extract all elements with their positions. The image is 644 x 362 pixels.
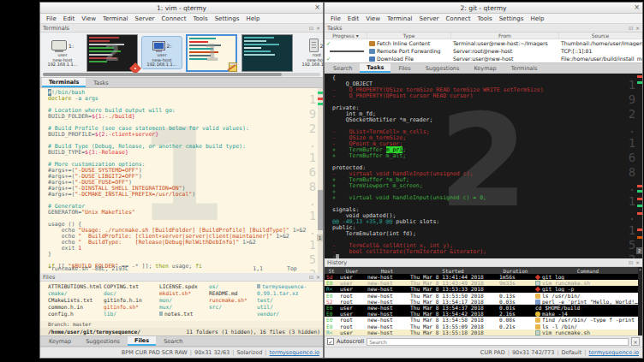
- dock-float-icon[interactable]: ⊡: [309, 25, 313, 31]
- tab-terminals[interactable]: Terminals: [504, 63, 545, 73]
- tab-search[interactable]: Search: [157, 336, 189, 346]
- dock-server-item[interactable]: 2:rootnew-host192.168.1.1...: [297, 37, 323, 68]
- dock-horizontal-scrollbar[interactable]: [43, 73, 320, 76]
- dock-terminal-thumbnail[interactable]: [242, 34, 293, 72]
- file-entry[interactable]: README.md: [209, 290, 257, 297]
- left-close-icon[interactable]: ×: [314, 3, 320, 13]
- dock-server-item[interactable]: 2:usernew-host192.168.1.1...: [142, 37, 182, 68]
- history-row[interactable]: E0usernew-hostThu Mar 8 13:54:42 20182.1…: [325, 311, 642, 317]
- history-dock-header[interactable]: History ⊡ ×: [325, 258, 642, 267]
- tab-suggestions[interactable]: Suggestions: [79, 336, 127, 346]
- tab-tasks[interactable]: Tasks: [86, 78, 115, 87]
- menu-view[interactable]: View: [78, 15, 99, 22]
- file-entry[interactable]: common.h.in: [48, 304, 104, 311]
- dock-close-icon[interactable]: ×: [316, 274, 320, 280]
- dock-terminal-thumbnail[interactable]: 1: [186, 34, 237, 72]
- file-entry[interactable]: util/: [257, 304, 323, 311]
- file-entry[interactable]: cmake/: [48, 290, 104, 297]
- menu-server[interactable]: Server: [416, 15, 443, 22]
- tab-keymap[interactable]: Keymap: [42, 336, 78, 346]
- task-row[interactable]: ✓Download FileServer:user@new-hostFile:/…: [325, 55, 642, 62]
- menu-server[interactable]: Server: [132, 15, 158, 22]
- file-entry[interactable]: COPYING.txt: [104, 283, 159, 290]
- file-entry[interactable]: gitinfo.sh*: [104, 304, 159, 311]
- git-terminal[interactable]: 2 192.168.1.152 { Q_OBJECT- Q_PROPERTY(Q…: [325, 74, 642, 258]
- tab-files[interactable]: Files: [391, 63, 417, 73]
- menu-edit[interactable]: Edit: [344, 15, 363, 22]
- task-row[interactable]: Remote Port ForwardingServer:root@new-ho…: [325, 47, 642, 55]
- history-row[interactable]: E0usernew-hostThu Mar 8 13:54:37 20180.0…: [325, 305, 642, 311]
- tasks-dock-header[interactable]: Tasks ⊡ ×: [325, 24, 642, 33]
- file-entry[interactable]: doc/: [104, 290, 159, 297]
- menu-terminal[interactable]: Terminal: [99, 15, 132, 22]
- menu-file[interactable]: File: [43, 15, 60, 22]
- right-close-icon[interactable]: ×: [634, 3, 640, 13]
- file-entry[interactable]: os/: [209, 283, 257, 290]
- file-entry[interactable]: mkdist.sh*: [159, 290, 209, 297]
- dock-close-icon[interactable]: ×: [316, 25, 320, 31]
- tasks-header-row[interactable]: Progress ▾TypeFromSource: [325, 33, 642, 39]
- file-entry[interactable]: config.h: [48, 311, 104, 317]
- file-entry[interactable]: test/: [257, 297, 323, 304]
- menu-terminal[interactable]: Terminal: [384, 15, 416, 22]
- vim-terminal[interactable]: 1 192.168.1.152 #!/bin/bashdeclare -a ar…: [40, 88, 323, 273]
- right-titlebar[interactable]: 2: git - qtermy ×: [325, 3, 642, 14]
- history-row[interactable]: E0rootnew-hostThu Mar 8 13:55:09 20180.2…: [325, 323, 642, 329]
- history-search-input[interactable]: [367, 338, 629, 346]
- file-entry[interactable]: src/: [209, 304, 257, 311]
- termysequence-link[interactable]: termysequence.io: [589, 349, 639, 356]
- tab-search[interactable]: Search: [326, 63, 359, 73]
- files-dock-header[interactable]: Files ⊡ ×: [40, 273, 323, 282]
- tab-terminals[interactable]: Terminals: [42, 78, 86, 87]
- file-entry[interactable]: CMakeLists.txt: [48, 297, 104, 304]
- history-row[interactable]: R<usernew-hostThu Mar 8 13:53:33 2018git…: [325, 286, 642, 292]
- task-row[interactable]: ✓Fetch Inline ContentTerminal:user@new-h…: [325, 39, 642, 47]
- file-entry[interactable]: LICENSE.spdx: [159, 283, 209, 290]
- vim-scrollbar[interactable]: [318, 88, 323, 273]
- menu-tools[interactable]: Tools: [189, 15, 211, 22]
- file-entry[interactable]: gitinfo.h.in: [104, 297, 159, 304]
- tab-suggestions[interactable]: Suggestions: [419, 63, 467, 73]
- file-entry[interactable]: mon/: [159, 297, 209, 304]
- terminals-dock-header[interactable]: Terminals ⊡ ×: [40, 24, 323, 33]
- file-entry[interactable]: lib/: [104, 311, 159, 317]
- dock-close-icon[interactable]: ×: [635, 25, 640, 31]
- file-entry[interactable]: notes.txt: [159, 311, 209, 317]
- menu-view[interactable]: View: [362, 15, 384, 22]
- autoscroll-checkbox[interactable]: ✓: [327, 338, 334, 345]
- termysequence-link[interactable]: termysequence.io: [270, 349, 319, 356]
- history-scrollbar[interactable]: ▲: [638, 267, 642, 335]
- tab-keymap[interactable]: Keymap: [467, 63, 503, 73]
- menu-file[interactable]: File: [327, 15, 344, 22]
- history-row[interactable]: Sdusernew-hostThu Mar 8 13:41:44 20181m5…: [325, 274, 642, 280]
- tab-tasks[interactable]: Tasks: [360, 63, 391, 73]
- history-row[interactable]: E0usernew-hostThu Mar 8 13:43:49 20189m3…: [325, 280, 642, 286]
- file-entry[interactable]: vendor/: [257, 311, 323, 317]
- menu-help[interactable]: Help: [242, 15, 263, 22]
- file-entry[interactable]: runcmake.sh*: [209, 297, 257, 304]
- dock-float-icon[interactable]: ⊡: [629, 259, 633, 265]
- history-row[interactable]: R<usernew-hostThu Mar 8 13:55:18 2018vim…: [325, 329, 642, 335]
- history-header-row[interactable]: StUserHostStartedDurationCommand: [325, 267, 642, 274]
- dock-float-icon[interactable]: ⊡: [629, 25, 633, 31]
- dock-float-icon[interactable]: ⊡: [309, 274, 313, 280]
- dock-terminal-thumbnail[interactable]: 2: [86, 34, 138, 72]
- history-row[interactable]: E0rootnew-hostThu Mar 8 13:53:50 20180.1…: [325, 293, 642, 299]
- file-entry[interactable]: ATTRIBUTIONS.html: [48, 283, 104, 290]
- menu-settings[interactable]: Settings: [496, 15, 528, 22]
- menu-edit[interactable]: Edit: [60, 15, 79, 22]
- menu-connect[interactable]: Connect: [158, 15, 189, 22]
- dock-close-icon[interactable]: ×: [635, 259, 640, 265]
- tab-files[interactable]: Files: [128, 336, 156, 346]
- clear-search-icon[interactable]: ×: [631, 337, 640, 346]
- history-row[interactable]: E0rootnew-hostThu Mar 8 13:54:58 20180.0…: [325, 317, 642, 323]
- menu-connect[interactable]: Connect: [442, 15, 474, 22]
- dock-server-item[interactable]: 1:usernew-host192.168.1.1...: [43, 37, 82, 68]
- file-entry[interactable]: termysequence-0.99.1.tar.xz: [257, 283, 323, 297]
- menu-settings[interactable]: Settings: [212, 15, 243, 22]
- menu-help[interactable]: Help: [527, 15, 547, 22]
- file-entry[interactable]: mux/: [159, 304, 209, 311]
- menu-tools[interactable]: Tools: [474, 15, 495, 22]
- history-row[interactable]: S2rootnew-hostThu Mar 8 13:54:17 20180.0…: [325, 299, 642, 305]
- left-titlebar[interactable]: 1: vim - qtermy ×: [40, 3, 323, 14]
